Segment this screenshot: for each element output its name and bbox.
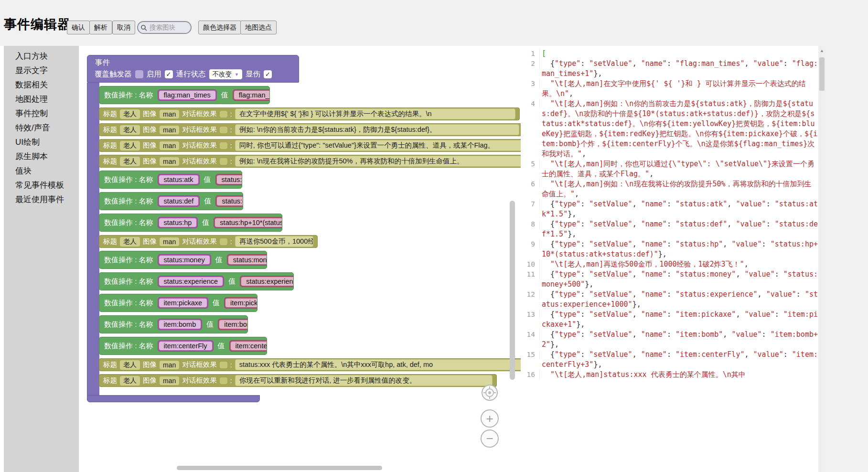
code-line[interactable]: 16 "\t[老人,man]status:xxx 代表勇士的某个属性。\n其中 <box>521 370 818 380</box>
event-block-header[interactable]: 事件 覆盖触发器 启用 通行状态 不改变 ▼ 显伤 <box>87 55 299 83</box>
sidebar-item[interactable]: 地图处理 <box>4 92 79 107</box>
code-line[interactable]: 4 "\t[老人,man]例如：\n你的当前攻击力是${status:atk}，… <box>521 99 818 159</box>
sidebar-item[interactable]: 显示文字 <box>4 64 79 78</box>
enable-checkbox[interactable] <box>165 70 173 78</box>
code-line[interactable]: 7 {"type": "setValue", "name": "status:a… <box>521 199 818 219</box>
name-chip[interactable]: status:money <box>158 254 211 266</box>
sidebar-item[interactable]: 值块 <box>4 164 79 178</box>
speaker-chip[interactable]: 老人 <box>120 141 140 150</box>
name-chip[interactable]: status:experience <box>158 276 225 287</box>
setvalue-block-row[interactable]: 数值操作 : 名称 status:hp 值 status:hp+10*(stat… <box>99 214 282 232</box>
code-line[interactable]: 11 {"type": "setValue", "name": "status:… <box>521 269 818 290</box>
damage-checkbox[interactable] <box>264 70 272 78</box>
setvalue-block-row[interactable]: 数值操作 : 名称 status:def 值 status:def*1.5 <box>99 192 243 210</box>
map-pick-button[interactable]: 地图选点 <box>240 21 277 34</box>
image-chip[interactable]: man <box>160 126 179 134</box>
dialog-effect-checkbox[interactable] <box>220 158 227 165</box>
dialog-effect-checkbox[interactable] <box>220 362 227 368</box>
text-block-row[interactable]: 标题 老人 图像 man 对话框效果 : 再送你500金币，1000经验，1破2… <box>99 235 318 248</box>
image-chip[interactable]: man <box>160 141 179 150</box>
value-chip[interactable]: status:experience+1000 <box>240 276 294 287</box>
confirm-button[interactable]: 确认 <box>67 21 90 34</box>
setvalue-block-row[interactable]: 数值操作 : 名称 status:experience 值 status:exp… <box>99 272 294 290</box>
search-box[interactable] <box>137 21 192 34</box>
image-chip[interactable]: man <box>160 157 179 166</box>
recenter-button[interactable] <box>482 385 498 401</box>
image-chip[interactable]: man <box>160 110 179 118</box>
setvalue-block-row[interactable]: 数值操作 : 名称 item:centerFly 值 item:centerFl… <box>99 337 267 355</box>
block-workspace[interactable]: 事件 覆盖触发器 启用 通行状态 不改变 ▼ 显伤 数值操作 : 名称 flag… <box>79 46 521 472</box>
dialog-text-field[interactable]: 例如: \n现在我将让你的攻防提升50%，再将攻防和的十倍加到生命值上。 <box>235 156 521 167</box>
name-chip[interactable]: item:centerFly <box>158 340 214 352</box>
code-line[interactable]: 1[ <box>521 49 818 59</box>
dialog-effect-checkbox[interactable] <box>220 142 227 149</box>
text-block-row[interactable]: 标题 老人 图像 man 对话框效果 : 例如: \n你的当前攻击力是${sta… <box>99 123 521 136</box>
code-line[interactable]: 10 "\t[老人,man]再送你500金币，1000经验，1破2炸3飞！", <box>521 259 818 269</box>
search-input[interactable] <box>149 23 188 32</box>
workspace-horizontal-scrollbar[interactable] <box>177 466 382 470</box>
code-line[interactable]: 15 {"type": "setValue", "name": "item:ce… <box>521 350 818 370</box>
text-block-row[interactable]: 标题 老人 图像 man 对话框效果 : 你现在可以重新和我进行对话, 进一步看… <box>99 374 497 387</box>
speaker-chip[interactable]: 老人 <box>120 376 140 386</box>
name-chip[interactable]: flag:man_times <box>158 89 217 101</box>
setvalue-block-row[interactable]: 数值操作 : 名称 status:money 值 status:money+50… <box>99 251 267 269</box>
dialog-text-field[interactable]: 例如: \n你的当前攻击力是${status:atk}，防御力是${status… <box>235 124 519 135</box>
code-line[interactable]: 9 {"type": "setValue", "name": "status:h… <box>521 239 818 259</box>
code-line[interactable]: 5 "\t[老人,man]同时，你也可以通过{\"type\": \"setVa… <box>521 159 818 179</box>
dialog-effect-checkbox[interactable] <box>220 127 227 133</box>
sidebar-item[interactable]: 特效/声音 <box>4 121 79 135</box>
name-chip[interactable]: status:hp <box>158 217 198 228</box>
editor-scrollbar[interactable]: ▲ <box>818 46 825 472</box>
value-chip[interactable]: status:money+500 <box>227 254 267 266</box>
name-chip[interactable]: status:atk <box>158 174 200 185</box>
sidebar-item[interactable]: 入口方块 <box>4 49 79 64</box>
dialog-effect-checkbox[interactable] <box>220 238 227 245</box>
speaker-chip[interactable]: 老人 <box>120 109 140 119</box>
dialog-text-field[interactable]: 你现在可以重新和我进行对话, 进一步看到属性值的改变。 <box>235 375 493 386</box>
scroll-up-icon[interactable]: ▲ <box>818 48 825 53</box>
name-chip[interactable]: status:def <box>158 195 200 207</box>
code-line[interactable]: 14 {"type": "setValue", "name": "item:bo… <box>521 330 818 350</box>
workspace-vertical-scrollbar[interactable] <box>510 201 515 380</box>
setvalue-block-row[interactable]: 数值操作 : 名称 item:pickaxe 值 item:pickaxe+1 <box>99 294 257 312</box>
dialog-effect-checkbox[interactable] <box>220 111 227 118</box>
speaker-chip[interactable]: 老人 <box>120 360 140 370</box>
code-line[interactable]: 12 {"type": "setValue", "name": "status:… <box>521 290 818 310</box>
sidebar-item[interactable]: 原生脚本 <box>4 150 79 164</box>
text-block-row[interactable]: 标题 老人 图像 man 对话框效果 : 同时, 你也可以通过{"type": … <box>99 139 521 152</box>
code-line[interactable]: 13 {"type": "setValue", "name": "item:pi… <box>521 310 818 330</box>
dialog-text-field[interactable]: 再送你500金币，1000经验，1破2炸3飞！ <box>235 236 313 247</box>
value-chip[interactable]: item:centerFly+3 <box>229 340 267 352</box>
image-chip[interactable]: man <box>160 237 179 246</box>
dialog-text-field[interactable]: 同时, 你也可以通过{"type": "setValue"}来设置一个勇士的属性… <box>235 140 521 151</box>
sidebar-item[interactable]: UI绘制 <box>4 135 79 150</box>
code-line[interactable]: 3 "\t[老人,man]在文字中使用${' ${ '}和 } 可以计算并显示一… <box>521 79 818 99</box>
dialog-text-field[interactable]: status:xxx 代表勇士的某个属性。\n其中xxx可取hp, atk, d… <box>235 359 521 370</box>
sidebar-item[interactable]: 常见事件模板 <box>4 178 79 193</box>
code-line[interactable]: 8 {"type": "setValue", "name": "status:d… <box>521 219 818 239</box>
setvalue-block-row[interactable]: 数值操作 : 名称 status:atk 值 status:atk*1.5 <box>99 171 242 189</box>
sidebar-item[interactable]: 最近使用事件 <box>4 193 79 207</box>
value-chip[interactable]: item:bomb+2 <box>218 319 248 330</box>
code-line[interactable]: 6 "\t[老人,man]例如：\n现在我将让你的攻防提升50%，再将攻防和的十… <box>521 179 818 199</box>
speaker-chip[interactable]: 老人 <box>120 125 140 135</box>
text-block-row[interactable]: 标题 老人 图像 man 对话框效果 : 在文字中使用${' ${ '}和 } … <box>99 107 520 120</box>
cancel-button[interactable]: 取消 <box>112 21 135 34</box>
image-chip[interactable]: man <box>160 361 179 369</box>
image-chip[interactable]: man <box>160 376 179 385</box>
name-chip[interactable]: item:pickaxe <box>158 297 209 309</box>
code-line[interactable]: 2 {"type": "setValue", "name": "flag:man… <box>521 59 818 79</box>
value-chip[interactable]: item:pickaxe+1 <box>224 297 257 309</box>
sidebar-item[interactable]: 事件控制 <box>4 107 79 121</box>
setvalue-block-row[interactable]: 数值操作 : 名称 item:bomb 值 item:bomb+2 <box>99 315 248 333</box>
pass-state-dropdown[interactable]: 不改变 ▼ <box>209 69 242 79</box>
sidebar-item[interactable]: 数据相关 <box>4 78 79 92</box>
color-picker-button[interactable]: 颜色选择器 <box>198 21 241 34</box>
value-chip[interactable]: status:def*1.5 <box>215 195 243 207</box>
dialog-effect-checkbox[interactable] <box>220 377 227 384</box>
override-trigger-checkbox[interactable] <box>135 70 143 78</box>
value-chip[interactable]: status:atk*1.5 <box>215 174 242 185</box>
editor-scrollbar-thumb[interactable] <box>819 57 825 91</box>
dialog-text-field[interactable]: 在文字中使用${' ${ '}和 } 可以计算并显示一个表达式的结果。\n <box>235 108 515 119</box>
text-block-row[interactable]: 标题 老人 图像 man 对话框效果 : 例如: \n现在我将让你的攻防提升50… <box>99 155 521 168</box>
